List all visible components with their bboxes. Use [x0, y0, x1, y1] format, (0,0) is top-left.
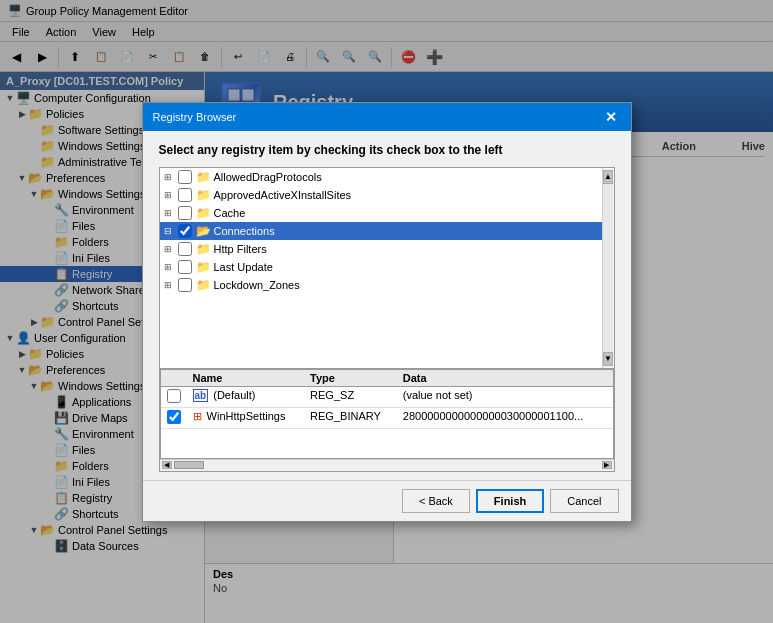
tree-item-label: ApprovedActiveXInstallSites: [214, 189, 352, 201]
modal-titlebar: Registry Browser ✕: [143, 103, 631, 131]
tree-item-cache[interactable]: ⊞ 📁 Cache: [160, 204, 602, 222]
h-scroll-right[interactable]: ▶: [602, 461, 612, 469]
folder-icon: 📁: [196, 206, 211, 220]
row-data-cell: (value not set): [397, 386, 613, 407]
modal-overlay: Registry Browser ✕ Select any registry i…: [0, 0, 773, 623]
folder-icon: 📁: [196, 260, 211, 274]
reg-icon: ⊞: [193, 410, 202, 422]
cancel-button[interactable]: Cancel: [550, 489, 618, 513]
tree-item-last-update[interactable]: ⊞ 📁 Last Update: [160, 258, 602, 276]
scroll-track: [603, 184, 613, 352]
col-check: [161, 370, 187, 387]
modal-instruction: Select any registry item by checking its…: [159, 143, 615, 157]
back-button[interactable]: < Back: [402, 489, 470, 513]
tree-item-approved-ax[interactable]: ⊞ 📁 ApprovedActiveXInstallSites: [160, 186, 602, 204]
tree-checkbox[interactable]: [178, 260, 192, 274]
row-type-cell: REG_SZ: [304, 386, 397, 407]
tree-checkbox[interactable]: [178, 188, 192, 202]
h-scroll-left[interactable]: ◀: [162, 461, 172, 469]
tree-item-lockdown-zones[interactable]: ⊞ 📁 Lockdown_Zones: [160, 276, 602, 294]
registry-table-container: Name Type Data ab (Default): [159, 369, 615, 472]
tree-item-label: Last Update: [214, 261, 273, 273]
expand-icon[interactable]: ⊟: [164, 226, 178, 236]
tree-item-connections[interactable]: ⊟ 📂 Connections: [160, 222, 602, 240]
scroll-down[interactable]: ▼: [603, 352, 613, 366]
tree-item-http-filters[interactable]: ⊞ 📁 Http Filters: [160, 240, 602, 258]
h-scroll-thumb[interactable]: [174, 461, 204, 469]
modal-tree-container: ⊞ 📁 AllowedDragProtocols ⊞ 📁 ApprovedAct…: [159, 167, 615, 369]
table-row: ⊞ WinHttpSettings REG_BINARY 28000000000…: [161, 407, 613, 428]
folder-icon: 📂: [196, 224, 211, 238]
row-name: WinHttpSettings: [207, 410, 286, 422]
modal-title: Registry Browser: [153, 111, 237, 123]
expand-icon[interactable]: ⊞: [164, 190, 178, 200]
tree-item-label: Lockdown_Zones: [214, 279, 300, 291]
expand-icon[interactable]: ⊞: [164, 172, 178, 182]
row-checkbox-cell[interactable]: [161, 407, 187, 428]
finish-button[interactable]: Finish: [476, 489, 544, 513]
tree-checkbox[interactable]: [178, 242, 192, 256]
tree-scrollbar[interactable]: ▲ ▼: [602, 168, 614, 368]
expand-icon[interactable]: ⊞: [164, 244, 178, 254]
table-row: ab (Default) REG_SZ (value not set): [161, 386, 613, 407]
folder-icon: 📁: [196, 278, 211, 292]
tree-checkbox[interactable]: [178, 170, 192, 184]
horizontal-scrollbar[interactable]: ◀ ▶: [160, 459, 614, 471]
modal-close-button[interactable]: ✕: [601, 109, 621, 125]
modal-footer: < Back Finish Cancel: [143, 480, 631, 521]
row-checkbox-cell[interactable]: [161, 386, 187, 407]
col-data-header: Data: [397, 370, 613, 387]
tree-item-allowed-drag[interactable]: ⊞ 📁 AllowedDragProtocols: [160, 168, 602, 186]
row-checkbox[interactable]: [167, 410, 181, 424]
folder-icon: 📁: [196, 242, 211, 256]
tree-checkbox[interactable]: [178, 206, 192, 220]
row-type-cell: REG_BINARY: [304, 407, 397, 428]
ab-icon: ab: [193, 389, 209, 402]
expand-icon[interactable]: ⊞: [164, 262, 178, 272]
tree-checkbox[interactable]: [178, 278, 192, 292]
row-data-cell: 2800000000000000030000001100...: [397, 407, 613, 428]
folder-icon: 📁: [196, 188, 211, 202]
expand-icon[interactable]: ⊞: [164, 208, 178, 218]
tree-checkbox[interactable]: [178, 224, 192, 238]
row-name: (Default): [213, 389, 255, 401]
row-checkbox[interactable]: [167, 389, 181, 403]
registry-browser-modal: Registry Browser ✕ Select any registry i…: [142, 102, 632, 522]
col-type-header: Type: [304, 370, 397, 387]
tree-item-label: Http Filters: [214, 243, 267, 255]
modal-tree[interactable]: ⊞ 📁 AllowedDragProtocols ⊞ 📁 ApprovedAct…: [160, 168, 602, 368]
modal-body: Select any registry item by checking its…: [143, 131, 631, 480]
col-name-header: Name: [187, 370, 305, 387]
registry-table: Name Type Data ab (Default): [161, 370, 613, 429]
scroll-up[interactable]: ▲: [603, 170, 613, 184]
expand-icon[interactable]: ⊞: [164, 280, 178, 290]
tree-item-label: Connections: [214, 225, 275, 237]
row-name-cell: ab (Default): [187, 386, 305, 407]
tree-item-label: AllowedDragProtocols: [214, 171, 322, 183]
tree-item-label: Cache: [214, 207, 246, 219]
row-name-cell: ⊞ WinHttpSettings: [187, 407, 305, 428]
registry-table-wrap: Name Type Data ab (Default): [160, 369, 614, 459]
folder-icon: 📁: [196, 170, 211, 184]
